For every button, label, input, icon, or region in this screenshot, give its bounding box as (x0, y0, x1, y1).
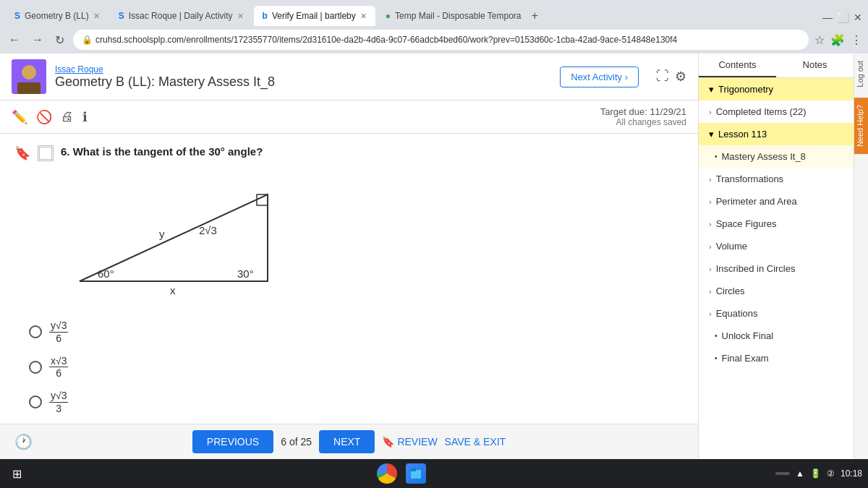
sidebar-trigonometry[interactable]: ▾ Trigonometry (699, 78, 854, 100)
wifi-icon: ▲ (796, 468, 804, 479)
info-icon-btn[interactable]: ℹ (82, 109, 88, 125)
tab-tempmail-label: Temp Mail - Disposable Tempora... (395, 11, 522, 21)
view-controls: ⛶ ⚙ (656, 69, 686, 85)
chevron-inscribed: › (709, 265, 712, 273)
address-input[interactable]: 🔒 cruhsd.schoolsplp.com/enrollments/1723… (73, 30, 809, 50)
tab-contents[interactable]: Contents (699, 53, 776, 77)
log-out-tab[interactable]: Log out (854, 53, 868, 95)
transformations-label: Transformations (716, 174, 783, 184)
edit-icon-btn[interactable]: ✏️ (12, 109, 27, 125)
fullscreen-icon[interactable]: ⛶ (656, 69, 669, 85)
taskbar-center (33, 463, 770, 484)
fraction-b-den: 6 (54, 367, 63, 380)
sidebar-perimeter-area[interactable]: › Perimeter and Area (699, 190, 854, 213)
trigonometry-label: Trigonometry (718, 84, 773, 95)
tab-geometry-close[interactable]: ✕ (93, 12, 100, 21)
choice-b[interactable]: x√3 6 (29, 355, 684, 380)
choice-c-text: y√3 3 (49, 390, 68, 415)
user-name-link[interactable]: Issac Roque (55, 64, 551, 74)
svg-rect-5 (257, 194, 268, 205)
choice-b-text: x√3 6 (49, 355, 68, 380)
sidebar-transformations[interactable]: › Transformations (699, 168, 854, 190)
window-controls: — ⬜ ✕ (822, 12, 868, 26)
choice-a[interactable]: y√3 6 (29, 320, 684, 345)
tab-tempmail[interactable]: ● Temp Mail - Disposable Tempora... ✕ (377, 6, 522, 26)
minimize-btn[interactable]: — (822, 12, 833, 23)
address-bar: ← → ↻ 🔒 cruhsd.schoolsplp.com/enrollment… (0, 26, 868, 53)
tab-geometry[interactable]: S Geometry B (LL) ✕ (6, 6, 109, 26)
lock-icon: 🔒 (82, 35, 93, 45)
main-area: Issac Roque Geometry B (LL): Mastery Ass… (0, 53, 868, 459)
right-sidebar: Contents Notes ▾ Trigonometry › Complete… (698, 53, 854, 459)
tab-notes[interactable]: Notes (776, 53, 854, 77)
taskbar-right: ▲ 🔋 ② 10:18 (775, 468, 862, 479)
user-avatar (12, 59, 46, 94)
chrome-taskbar-icon[interactable] (377, 463, 397, 484)
block-icon-btn[interactable]: 🚫 (36, 109, 52, 125)
previous-btn[interactable]: PREVIOUS (192, 430, 273, 453)
question-number-box (38, 145, 54, 161)
sidebar-mastery-assess[interactable]: • Mastery Assess It_8 (699, 145, 854, 168)
windows-start-btn[interactable]: ⊞ (6, 463, 27, 484)
completed-items-label: Completed Items (22) (716, 106, 807, 117)
chevron-circles: › (709, 287, 712, 296)
new-tab-btn[interactable]: + (523, 6, 547, 26)
choice-c[interactable]: y√3 3 (29, 390, 684, 415)
chevron-equations: › (709, 309, 712, 318)
tab-daily[interactable]: S Issac Roque | Daily Activity ✕ (110, 6, 252, 26)
next-activity-btn[interactable]: Next Activity › (560, 67, 639, 87)
perimeter-area-label: Perimeter and Area (716, 196, 797, 207)
print-icon-btn[interactable]: 🖨 (61, 109, 74, 124)
sidebar-inscribed-circles[interactable]: › Inscribed in Circles (699, 257, 854, 280)
sidebar-lesson-113[interactable]: ▾ Lesson 113 (699, 123, 854, 145)
chevron-space: › (709, 220, 712, 228)
tab-bartleby-close[interactable]: ✕ (360, 12, 367, 21)
review-btn[interactable]: 🔖 REVIEW (382, 436, 437, 448)
bookmark-star-icon[interactable]: ☆ (814, 33, 825, 47)
content-toolbar: ✏️ 🚫 🖨 ℹ Target due: 11/29/21 All change… (0, 100, 698, 134)
back-btn[interactable]: ← (6, 30, 23, 49)
sidebar-equations[interactable]: › Equations (699, 302, 854, 325)
need-help-tab[interactable]: Need Help? (854, 98, 868, 154)
settings-icon[interactable]: ⚙ (675, 69, 686, 85)
save-exit-btn[interactable]: SAVE & EXIT (445, 436, 506, 448)
forward-btn[interactable]: → (29, 30, 46, 49)
sidebar-circles[interactable]: › Circles (699, 280, 854, 302)
due-saved-area: Target due: 11/29/21 All changes saved (600, 106, 686, 127)
sidebar-completed-items[interactable]: › Completed Items (22) (699, 100, 854, 123)
browser-chrome: S Geometry B (LL) ✕ S Issac Roque | Dail… (0, 0, 868, 53)
tab-bar: S Geometry B (LL) ✕ S Issac Roque | Dail… (0, 0, 868, 26)
next-btn[interactable]: NEXT (319, 430, 375, 453)
triangle-diagram: 60° 30° y x 2√3 (58, 173, 684, 305)
sidebar-tabs: Contents Notes (699, 53, 854, 78)
extension-icon[interactable]: 🧩 (830, 33, 845, 47)
fraction-b: x√3 6 (49, 355, 68, 380)
radio-c[interactable] (29, 395, 42, 408)
content-area: Issac Roque Geometry B (LL): Mastery Ass… (0, 53, 698, 459)
close-btn[interactable]: ✕ (854, 12, 862, 23)
sidebar-volume[interactable]: › Volume (699, 235, 854, 257)
refresh-btn[interactable]: ↻ (52, 30, 67, 50)
bottom-nav: 🕐 PREVIOUS 6 of 25 NEXT 🔖 REVIEW SAVE & … (0, 424, 698, 459)
lesson-113-label: Lesson 113 (718, 129, 767, 140)
maximize-btn[interactable]: ⬜ (837, 12, 849, 23)
files-taskbar-icon[interactable] (406, 463, 426, 484)
question-text: 6. What is the tangent of the 30° angle? (61, 145, 263, 158)
fraction-a: y√3 6 (49, 320, 68, 345)
app-header: Issac Roque Geometry B (LL): Mastery Ass… (0, 53, 698, 100)
sidebar-unlock-final[interactable]: • Unlock Final (699, 325, 854, 347)
svg-point-1 (22, 65, 36, 80)
menu-icon[interactable]: ⋮ (851, 33, 862, 47)
sidebar-final-exam[interactable]: • Final Exam (699, 347, 854, 369)
fraction-a-num: y√3 (49, 320, 68, 333)
history-icon[interactable]: 🕐 (14, 434, 33, 450)
tab-bartleby[interactable]: b Verify Email | bartleby ✕ (254, 6, 375, 26)
radio-b[interactable] (29, 361, 42, 374)
tab-daily-close[interactable]: ✕ (237, 12, 244, 21)
fraction-c-num: y√3 (49, 390, 68, 403)
sidebar-space-figures[interactable]: › Space Figures (699, 213, 854, 235)
bullet-unlock: • (715, 332, 718, 340)
bookmark-icon[interactable]: 🔖 (14, 145, 30, 161)
radio-a[interactable] (29, 325, 42, 338)
edge-bar: Log out Need Help? (854, 53, 868, 459)
